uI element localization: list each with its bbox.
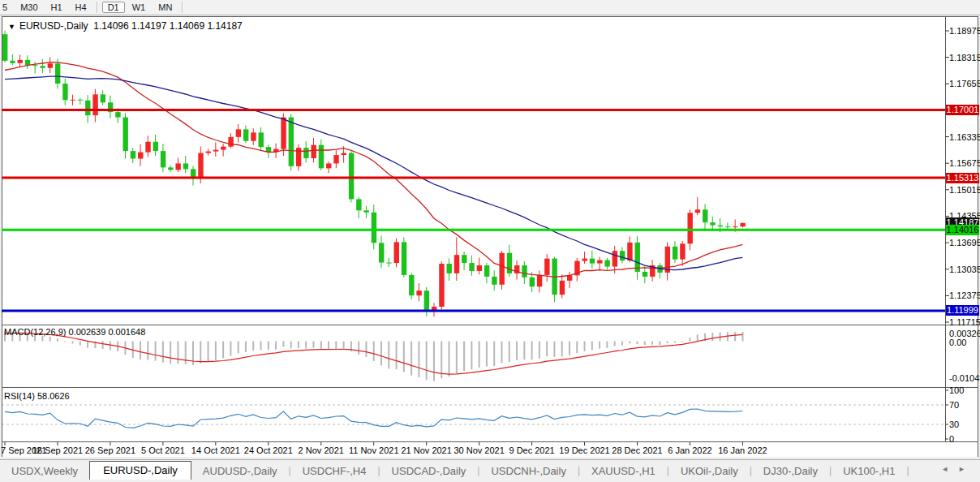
macd-axis-label: -0.010438 xyxy=(949,373,980,383)
rsi-axis-label: 30 xyxy=(949,420,959,429)
macd-pane-separator xyxy=(2,325,978,325)
timeframe-button-h1[interactable]: H1 xyxy=(45,2,68,13)
macd-axis-label: 0.00 xyxy=(949,338,966,347)
tab-uk100[interactable]: UK100-,H1 xyxy=(832,463,906,480)
trading-platform-window: 5M30H1H4D1W1MN ▼EURUSD-,Daily 1.14096 1.… xyxy=(0,0,980,482)
tab-xauusd[interactable]: XAUUSD-,H1 xyxy=(580,463,667,480)
date-tick-label: 26 Sep 2021 xyxy=(85,445,135,455)
date-tick-label: 30 Nov 2021 xyxy=(453,445,504,455)
tab-audusd[interactable]: AUDUSD-,Daily xyxy=(191,463,289,480)
tab-usdchf[interactable]: USDCHF-,H4 xyxy=(291,463,378,480)
timeframe-button-w1[interactable]: W1 xyxy=(127,2,152,13)
price-tick-label: 1.11715 xyxy=(949,317,980,327)
tab-dj30[interactable]: DJ30-,Daily xyxy=(752,463,829,480)
date-tick-label: 16 Jan 2022 xyxy=(718,445,767,455)
symbol-tab-bar: USDX,WeeklyEURUSD-,DailyAUDUSD-,Daily|US… xyxy=(0,459,980,480)
date-tick-label: 11 Nov 2021 xyxy=(349,445,399,455)
date-tick-label: 19 Dec 2021 xyxy=(559,445,609,455)
date-tick-label: 21 Nov 2021 xyxy=(401,445,451,455)
date-tick-label: 6 Jan 2022 xyxy=(668,445,711,455)
toolbar-separator xyxy=(97,2,98,13)
timeframe-button-m30[interactable]: M30 xyxy=(15,2,43,13)
date-tick-label: 5 Oct 2021 xyxy=(141,445,185,455)
macd-axis-label: 0.003261 xyxy=(949,329,980,338)
toolbar-separator xyxy=(182,2,183,13)
macd-indicator-label: MACD(12,26,9) 0.002639 0.001648 xyxy=(4,327,145,337)
price-tick-label: 1.15015 xyxy=(949,185,980,195)
tab-eurusd[interactable]: EURUSD-,Daily xyxy=(89,461,191,480)
tab-scroll-arrows: ◄► xyxy=(941,465,975,473)
rsi-axis-label: 70 xyxy=(949,400,959,410)
timeframe-button-h4[interactable]: H4 xyxy=(70,2,92,13)
support-price-badge: 1.11999 xyxy=(946,305,979,316)
date-tick-label: 24 Oct 2021 xyxy=(244,445,293,455)
price-tick-label: 1.17655 xyxy=(949,79,980,88)
chart-ohlc: 1.14096 1.14197 1.14069 1.14187 xyxy=(93,20,243,32)
support-price-badge: 1.14016 xyxy=(946,225,979,235)
chart-area xyxy=(2,16,978,457)
tab-ukoil[interactable]: UKOil-,Daily xyxy=(669,463,750,480)
resistance-price-badge: 1.15313 xyxy=(946,173,979,183)
timeframe-toolbar: 5M30H1H4D1W1MN xyxy=(0,0,980,15)
rsi-axis-label: 100 xyxy=(949,385,964,395)
tab-scroll-left-icon[interactable]: ◄ xyxy=(941,465,958,473)
timeframe-button-d1[interactable]: D1 xyxy=(102,2,125,13)
price-tick-label: 1.18315 xyxy=(949,53,980,62)
price-tick-label: 1.13035 xyxy=(949,265,980,274)
symbol-dropdown-icon[interactable]: ▼ xyxy=(8,23,15,31)
timeframe-button-mn[interactable]: MN xyxy=(153,2,178,13)
rsi-pane-separator xyxy=(2,387,978,388)
tab-usdx[interactable]: USDX,Weekly xyxy=(0,463,89,480)
tab-usdcad[interactable]: USDCAD-,Daily xyxy=(380,463,478,480)
tab-usdcnh[interactable]: USDCNH-,Daily xyxy=(479,463,577,480)
tab-scroll-right-icon[interactable]: ► xyxy=(958,465,975,473)
date-axis-separator xyxy=(2,441,978,442)
date-tick-label: 9 Dec 2021 xyxy=(509,445,554,455)
tab-separator: | xyxy=(906,465,909,476)
price-tick-label: 1.13695 xyxy=(949,238,980,247)
price-tick-label: 1.16335 xyxy=(949,132,980,142)
resistance-price-badge: 1.17001 xyxy=(946,105,979,115)
rsi-axis-label: 0 xyxy=(949,434,954,444)
chart-title: ▼EURUSD-,Daily 1.14096 1.14197 1.14069 1… xyxy=(8,20,243,32)
price-tick-label: 1.12375 xyxy=(949,290,980,300)
price-tick-label: 1.18975 xyxy=(949,26,980,36)
rsi-indicator-label: RSI(14) 58.0626 xyxy=(4,391,70,401)
date-tick-label: 28 Dec 2021 xyxy=(612,445,662,455)
date-tick-label: 2 Nov 2021 xyxy=(299,445,344,455)
date-tick-label: 16 Sep 2021 xyxy=(32,445,83,455)
timeframe-button-5[interactable]: 5 xyxy=(0,2,13,13)
chart-symbol-label: EURUSD-,Daily xyxy=(19,20,88,32)
date-tick-label: 14 Oct 2021 xyxy=(191,445,240,455)
price-tick-label: 1.15675 xyxy=(949,158,980,168)
